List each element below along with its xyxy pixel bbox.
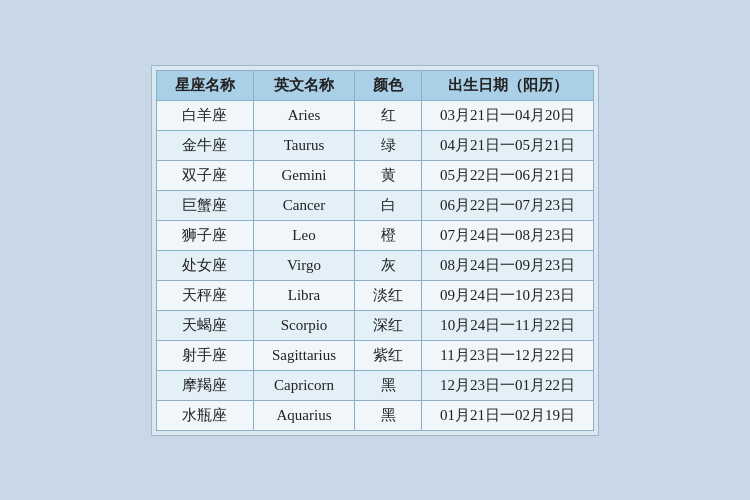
table-row: 射手座Sagittarius紫红11月23日一12月22日 — [156, 340, 593, 370]
table-cell-r10-c3: 01月21日一02月19日 — [422, 400, 594, 430]
table-cell-r7-c1: Scorpio — [253, 310, 354, 340]
table-cell-r7-c3: 10月24日一11月22日 — [422, 310, 594, 340]
table-cell-r1-c0: 金牛座 — [156, 130, 253, 160]
table-row: 金牛座Taurus绿04月21日一05月21日 — [156, 130, 593, 160]
table-cell-r2-c2: 黄 — [355, 160, 422, 190]
table-cell-r2-c3: 05月22日一06月21日 — [422, 160, 594, 190]
table-row: 水瓶座Aquarius黑01月21日一02月19日 — [156, 400, 593, 430]
zodiac-table: 星座名称英文名称颜色出生日期（阳历） 白羊座Aries红03月21日一04月20… — [156, 70, 594, 431]
table-row: 白羊座Aries红03月21日一04月20日 — [156, 100, 593, 130]
table-cell-r1-c2: 绿 — [355, 130, 422, 160]
table-cell-r2-c0: 双子座 — [156, 160, 253, 190]
table-cell-r7-c2: 深红 — [355, 310, 422, 340]
table-row: 巨蟹座Cancer白06月22日一07月23日 — [156, 190, 593, 220]
table-cell-r3-c0: 巨蟹座 — [156, 190, 253, 220]
table-cell-r5-c1: Virgo — [253, 250, 354, 280]
table-cell-r10-c0: 水瓶座 — [156, 400, 253, 430]
table-row: 处女座Virgo灰08月24日一09月23日 — [156, 250, 593, 280]
table-body: 白羊座Aries红03月21日一04月20日金牛座Taurus绿04月21日一0… — [156, 100, 593, 430]
table-cell-r3-c2: 白 — [355, 190, 422, 220]
table-row: 双子座Gemini黄05月22日一06月21日 — [156, 160, 593, 190]
table-cell-r1-c1: Taurus — [253, 130, 354, 160]
table-cell-r3-c3: 06月22日一07月23日 — [422, 190, 594, 220]
table-cell-r9-c2: 黑 — [355, 370, 422, 400]
table-cell-r6-c3: 09月24日一10月23日 — [422, 280, 594, 310]
table-cell-r6-c2: 淡红 — [355, 280, 422, 310]
table-row: 天蝎座Scorpio深红10月24日一11月22日 — [156, 310, 593, 340]
table-cell-r9-c0: 摩羯座 — [156, 370, 253, 400]
table-cell-r6-c1: Libra — [253, 280, 354, 310]
table-cell-r10-c2: 黑 — [355, 400, 422, 430]
table-cell-r0-c3: 03月21日一04月20日 — [422, 100, 594, 130]
col-header-3: 出生日期（阳历） — [422, 70, 594, 100]
col-header-1: 英文名称 — [253, 70, 354, 100]
table-cell-r8-c0: 射手座 — [156, 340, 253, 370]
table-cell-r4-c0: 狮子座 — [156, 220, 253, 250]
table-row: 摩羯座Capricorn黑12月23日一01月22日 — [156, 370, 593, 400]
table-cell-r0-c2: 红 — [355, 100, 422, 130]
table-cell-r2-c1: Gemini — [253, 160, 354, 190]
table-row: 天秤座Libra淡红09月24日一10月23日 — [156, 280, 593, 310]
table-cell-r0-c1: Aries — [253, 100, 354, 130]
table-cell-r6-c0: 天秤座 — [156, 280, 253, 310]
table-row: 狮子座Leo橙07月24日一08月23日 — [156, 220, 593, 250]
table-cell-r8-c2: 紫红 — [355, 340, 422, 370]
table-cell-r9-c1: Capricorn — [253, 370, 354, 400]
col-header-0: 星座名称 — [156, 70, 253, 100]
table-cell-r4-c3: 07月24日一08月23日 — [422, 220, 594, 250]
table-cell-r8-c3: 11月23日一12月22日 — [422, 340, 594, 370]
table-cell-r0-c0: 白羊座 — [156, 100, 253, 130]
table-cell-r7-c0: 天蝎座 — [156, 310, 253, 340]
table-cell-r4-c2: 橙 — [355, 220, 422, 250]
table-cell-r3-c1: Cancer — [253, 190, 354, 220]
table-header-row: 星座名称英文名称颜色出生日期（阳历） — [156, 70, 593, 100]
table-cell-r9-c3: 12月23日一01月22日 — [422, 370, 594, 400]
zodiac-table-container: 星座名称英文名称颜色出生日期（阳历） 白羊座Aries红03月21日一04月20… — [151, 65, 599, 436]
table-cell-r5-c3: 08月24日一09月23日 — [422, 250, 594, 280]
col-header-2: 颜色 — [355, 70, 422, 100]
table-cell-r5-c0: 处女座 — [156, 250, 253, 280]
table-cell-r1-c3: 04月21日一05月21日 — [422, 130, 594, 160]
table-cell-r10-c1: Aquarius — [253, 400, 354, 430]
table-cell-r4-c1: Leo — [253, 220, 354, 250]
table-cell-r8-c1: Sagittarius — [253, 340, 354, 370]
table-cell-r5-c2: 灰 — [355, 250, 422, 280]
